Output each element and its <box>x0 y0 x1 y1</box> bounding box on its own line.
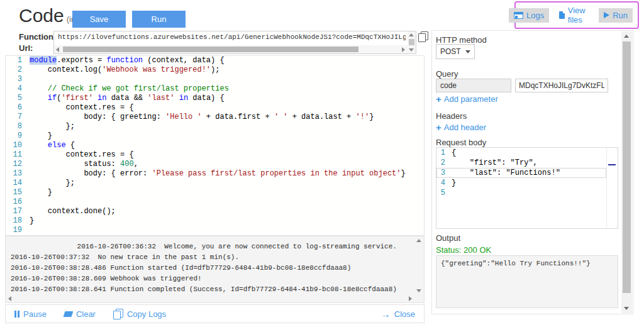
close-button[interactable]: → Close <box>381 309 415 319</box>
plus-icon: + <box>436 123 441 132</box>
close-label: Close <box>394 309 415 319</box>
code-line: 5 if('first' in data && 'last' in data) … <box>6 94 424 103</box>
code-line: 14 }; <box>6 179 424 188</box>
code-line: 3 <box>6 75 424 84</box>
log-line: 2016-10-26T00:36:32 Welcome, you are now… <box>11 241 409 252</box>
line-number: 17 <box>6 207 30 216</box>
chevron-down-icon <box>465 50 470 53</box>
logs-button[interactable]: Logs <box>509 8 549 23</box>
line-number: 19 <box>6 226 30 235</box>
http-method-select[interactable]: POST <box>436 44 475 59</box>
copy-icon <box>418 31 428 42</box>
copy-icon <box>113 309 123 319</box>
copy-logs-button[interactable]: Copy Logs <box>113 309 166 319</box>
scroll-down-arrow-icon[interactable] <box>409 48 414 52</box>
url-horizontal-scrollbar[interactable] <box>54 45 408 53</box>
line-number: 9 <box>6 131 30 141</box>
scroll-right-arrow-icon[interactable] <box>402 47 405 52</box>
log-line: 2016-10-26T00:37:32 No new trace in the … <box>11 252 409 263</box>
query-label: Query <box>436 69 458 79</box>
overview-ruler <box>606 148 618 228</box>
scrollbar-thumb[interactable] <box>63 47 358 52</box>
request-body-line: 2 "first": "Try", <box>436 158 606 168</box>
function-url-box[interactable]: https://ilovefunctions.azurewebsites.net… <box>53 31 416 54</box>
log-horizontal-scrollbar[interactable] <box>6 295 414 302</box>
view-files-button[interactable]: View files <box>559 6 589 25</box>
request-body-line: 1{ <box>436 148 606 158</box>
code-editor-lines: 1module.exports = function (context, dat… <box>6 56 424 235</box>
add-parameter-button[interactable]: + Add parameter <box>436 94 498 104</box>
request-body-editor[interactable]: 1{2 "first": "Try",3 "last": "Functions!… <box>436 147 618 229</box>
annotation-highlight: Logs View files Run <box>514 1 639 29</box>
logs-button-label: Logs <box>526 11 544 20</box>
code-line: 18} <box>6 216 424 226</box>
logs-icon <box>514 12 523 19</box>
log-line: 2016-10-26T00:38:28.609 Webhook was trig… <box>11 274 409 284</box>
save-button[interactable]: Save <box>72 11 126 28</box>
code-line: 4 // Check if we got first/last properti… <box>6 84 424 94</box>
line-number: 3 <box>6 75 30 84</box>
run-button[interactable]: Run <box>132 11 186 28</box>
log-line: 2016-10-26T00:38:28.486 Function started… <box>11 263 409 274</box>
output-box: {"greeting":"Hello Try Functions!!"} <box>436 255 618 308</box>
headers-label: Headers <box>436 111 467 121</box>
log-lines: 2016-10-26T00:36:32 Welcome, you are now… <box>6 239 414 294</box>
pause-label: Pause <box>23 309 47 319</box>
scroll-down-arrow-icon[interactable] <box>624 307 629 310</box>
clear-button[interactable]: Clear <box>64 309 96 319</box>
scroll-up-arrow-icon[interactable] <box>624 35 629 38</box>
function-url-value[interactable]: https://ilovefunctions.azurewebsites.net… <box>58 33 406 43</box>
line-number: 2 <box>6 65 30 75</box>
scrollbar-thumb[interactable] <box>409 39 414 45</box>
line-number: 5 <box>6 94 30 103</box>
arrow-right-icon: → <box>381 309 391 319</box>
cursor-mark <box>608 164 616 165</box>
code-line: 2 context.log('Webhook was triggered!'); <box>6 65 424 75</box>
line-number: 13 <box>6 169 30 179</box>
panel-vertical-scrollbar[interactable] <box>621 31 632 313</box>
code-line: 16 <box>6 197 424 207</box>
add-header-label: Add header <box>444 123 486 132</box>
log-vertical-scrollbar[interactable] <box>414 236 424 295</box>
copy-logs-label: Copy Logs <box>127 309 166 319</box>
code-line: 10 else { <box>6 141 424 150</box>
code-editor[interactable]: 1module.exports = function (context, dat… <box>5 55 425 236</box>
scroll-right-arrow-icon[interactable] <box>409 296 412 301</box>
log-panel[interactable]: 2016-10-26T00:36:32 Welcome, you are now… <box>5 236 425 303</box>
line-number: 12 <box>6 160 30 169</box>
query-param-name-input[interactable] <box>436 79 511 92</box>
code-line: 11 context.res = { <box>6 150 424 160</box>
status-badge: Status: 200 OK <box>436 245 491 255</box>
request-body-lines: 1{2 "first": "Try",3 "last": "Functions!… <box>436 148 618 198</box>
pause-button[interactable]: Pause <box>14 309 47 319</box>
page-title-text: Code <box>19 5 64 26</box>
scroll-down-arrow-icon[interactable] <box>416 289 421 292</box>
line-number: 5 <box>436 188 452 198</box>
code-line: 8 }; <box>6 122 424 131</box>
line-number: 6 <box>6 103 30 113</box>
scroll-left-arrow-icon[interactable] <box>56 47 59 52</box>
view-files-label: View files <box>568 6 589 25</box>
line-number: 2 <box>436 158 452 168</box>
line-number: 3 <box>436 168 452 178</box>
scroll-up-arrow-icon[interactable] <box>409 33 414 36</box>
scrollbar-thumb[interactable] <box>623 42 631 293</box>
run-top-label: Run <box>613 11 628 20</box>
run-top-button[interactable]: Run <box>599 8 633 23</box>
play-icon <box>604 12 609 18</box>
add-header-button[interactable]: + Add header <box>436 123 486 132</box>
code-line: 1module.exports = function (context, dat… <box>6 56 424 65</box>
url-vertical-scrollbar[interactable] <box>408 31 416 53</box>
eraser-icon <box>63 311 73 317</box>
request-body-line: 5 <box>436 188 606 198</box>
code-line: 9 } <box>6 131 424 141</box>
output-label: Output <box>436 233 460 243</box>
scroll-up-arrow-icon[interactable] <box>416 239 421 242</box>
line-number: 4 <box>436 178 452 188</box>
query-param-value-input[interactable] <box>515 79 608 92</box>
scroll-left-arrow-icon[interactable] <box>8 296 11 301</box>
copy-url-button[interactable] <box>418 31 428 45</box>
request-test-panel: HTTP method POST Query + Add parameter H… <box>431 30 633 314</box>
http-method-label: HTTP method <box>436 35 487 45</box>
plus-icon: + <box>436 94 441 104</box>
